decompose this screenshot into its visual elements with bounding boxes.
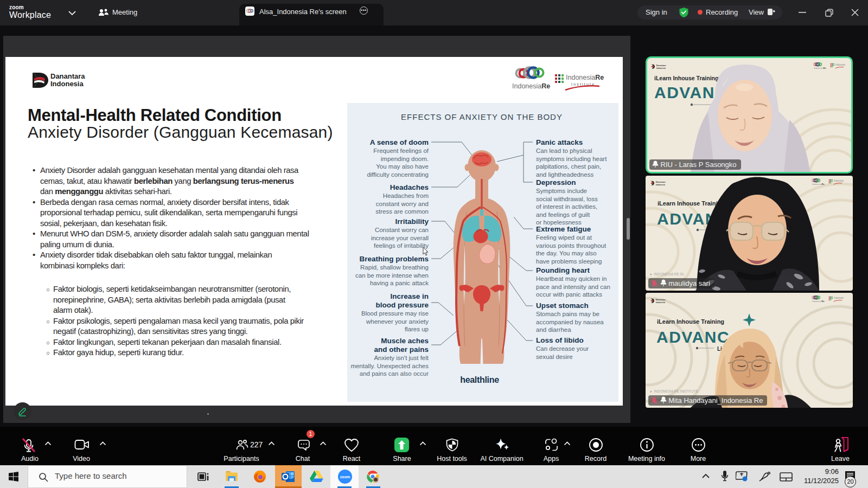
svg-text:Danantara: Danantara — [656, 299, 666, 301]
svg-text:Headaches: Headaches — [390, 183, 429, 191]
svg-text:Irritability: Irritability — [395, 217, 429, 226]
svg-text:A sense of doom: A sense of doom — [370, 138, 429, 146]
svg-text:IndonesiaRe: IndonesiaRe — [812, 300, 825, 303]
svg-text:IndonesiaRe: IndonesiaRe — [566, 74, 604, 81]
svg-text:EFFECTS OF ANXIETY ON THE BODY: EFFECTS OF ANXIETY ON THE BODY — [401, 112, 563, 121]
svg-text:Danantara: Danantara — [656, 181, 666, 183]
svg-text:IndonesiaRe: IndonesiaRe — [814, 67, 827, 69]
svg-text:IndonesiaRe: IndonesiaRe — [812, 183, 825, 185]
svg-text:Muscle achesand other pains: Muscle achesand other pains — [374, 337, 429, 354]
svg-text:Upset stomach: Upset stomach — [536, 301, 589, 310]
svg-text:Indonesia: Indonesia — [656, 301, 666, 303]
svg-text:Heartbeat may quicken inpace a: Heartbeat may quicken inpace and intensi… — [536, 275, 610, 298]
svg-text:iLearn Inhouse Training: iLearn Inhouse Training — [654, 75, 718, 81]
svg-text:healthline: healthline — [460, 375, 499, 384]
svg-text:ADVAN: ADVAN — [654, 84, 715, 101]
svg-text:Indonesia: Indonesia — [656, 183, 666, 185]
svg-text:IndonesiaRe: IndonesiaRe — [834, 179, 844, 182]
svg-text:zoom: zoom — [340, 475, 350, 479]
svg-text:IndonesiaRe: IndonesiaRe — [835, 63, 845, 66]
svg-text:iLearn Inhouse Training: iLearn Inhouse Training — [658, 200, 725, 207]
svg-text:IndonesiaRe: IndonesiaRe — [834, 297, 844, 299]
svg-text:Indonesia: Indonesia — [656, 67, 666, 69]
svg-text:IndonesiaRe: IndonesiaRe — [512, 82, 550, 90]
svg-text:Extreme fatigue: Extreme fatigue — [536, 225, 591, 233]
svg-text:Indonesia: Indonesia — [50, 80, 84, 88]
svg-text:Danantara: Danantara — [50, 72, 85, 80]
svg-text:Headaches fromconstant worry a: Headaches fromconstant worry andstress a… — [375, 192, 429, 215]
svg-text:Panic attacks: Panic attacks — [536, 138, 583, 146]
svg-text:Danantara: Danantara — [656, 65, 667, 67]
svg-text:Pounding heart: Pounding heart — [536, 266, 590, 274]
svg-text:Breathing problems: Breathing problems — [359, 255, 429, 263]
svg-text:Depression: Depression — [536, 178, 576, 187]
svg-text:iLearn Inhouse Training: iLearn Inhouse Training — [657, 318, 724, 325]
svg-text:Loss of libido: Loss of libido — [536, 336, 584, 344]
svg-text:Constant worry canincrease you: Constant worry canincrease your overallf… — [371, 227, 429, 249]
svg-text:ADVANC: ADVANC — [656, 328, 730, 346]
